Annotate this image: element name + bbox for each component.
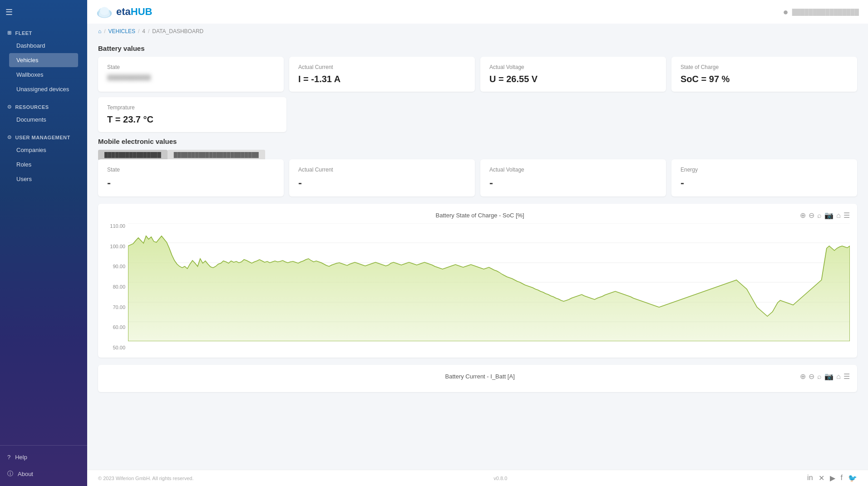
sidebar-item-about[interactable]: ⓘ About [0, 465, 87, 482]
mobile-voltage-card: Actual Voltage - [480, 159, 666, 196]
resources-icon: ⊙ [7, 104, 12, 110]
search-icon-2[interactable]: ⌕ [817, 373, 822, 381]
help-icon: ? [7, 454, 10, 461]
sidebar-section-header-fleet: ⊞ FLEET [7, 30, 80, 36]
footer-social: in ✕ ▶ f 🐦 [807, 474, 857, 482]
sidebar: ☰ ⊞ FLEET Dashboard Vehicles Wallboxes U… [0, 0, 87, 486]
mobile-current-label: Actual Current [298, 167, 466, 173]
soc-chart-header: Battery State of Charge - SoC [%] ⊕ ⊖ ⌕ … [105, 211, 850, 220]
mobile-state-value: - [107, 177, 275, 189]
battery-soc-label: State of Charge [681, 64, 848, 70]
zoom-out-icon-2[interactable]: ⊖ [809, 372, 814, 381]
sidebar-item-users[interactable]: Users [9, 172, 78, 186]
linkedin-icon[interactable]: in [807, 474, 813, 482]
mobile-tabs: ████████████████ ███████████████████████… [98, 150, 857, 160]
user-email: ████████████████ [792, 9, 859, 15]
sidebar-item-documents[interactable]: Documents [9, 113, 78, 127]
zoom-in-icon[interactable]: ⊕ [800, 211, 806, 220]
zoom-out-icon[interactable]: ⊖ [809, 211, 814, 220]
soc-chart-plot [128, 223, 850, 341]
sidebar-section-resources: ⊙ RESOURCES Documents [0, 98, 87, 129]
breadcrumb-sep-3: / [148, 28, 149, 34]
sidebar-top: ☰ [0, 0, 87, 25]
soc-chart-title: Battery State of Charge - SoC [%] [160, 212, 800, 219]
sidebar-item-vehicles[interactable]: Vehicles [9, 53, 78, 67]
sidebar-section-user-management: ⊙ USER MANAGEMENT Companies Roles Users [0, 129, 87, 188]
sidebar-item-roles[interactable]: Roles [9, 157, 78, 172]
mobile-tab-2[interactable]: ████████████████████████ [168, 150, 265, 160]
logo-text: etaHUB [116, 6, 152, 18]
battery-temperature-card: Temprature T = 23.7 °C [98, 97, 286, 132]
y-label-70: 70.00 [113, 304, 125, 310]
page-content: Battery values State XXXXXXXXX Actual Cu… [87, 39, 868, 470]
battery-temperature-value: T = 23.7 °C [107, 114, 277, 125]
menu-icon[interactable]: ☰ [4, 5, 15, 19]
battery-current-value: I = -1.31 A [298, 74, 466, 84]
mobile-state-label: State [107, 167, 275, 173]
header-logo: etaHUB [96, 4, 152, 20]
logo-eta: eta [116, 6, 131, 17]
facebook-icon[interactable]: f [841, 474, 843, 482]
breadcrumb-vehicles[interactable]: VEHICLES [108, 28, 135, 34]
y-label-100: 100.00 [110, 244, 125, 249]
user-management-icon: ⊙ [7, 134, 12, 140]
breadcrumb-page: DATA_DASHBOARD [152, 28, 203, 34]
current-chart-container: Battery Current - I_Batt [A] ⊕ ⊖ ⌕ 📷 ⌂ ☰ [98, 365, 857, 392]
about-icon: ⓘ [7, 470, 13, 478]
home-icon-2[interactable]: ⌂ [836, 373, 841, 381]
y-label-110: 110.00 [110, 223, 125, 229]
fleet-label: FLEET [15, 30, 32, 36]
battery-section-title: Battery values [98, 44, 857, 52]
soc-chart-area: 110.00 100.00 90.00 80.00 70.00 60.00 50… [105, 223, 850, 350]
logo-icon [96, 4, 113, 20]
mobile-current-value: - [298, 177, 466, 189]
mobile-energy-card: Energy - [671, 159, 857, 196]
help-label: Help [15, 454, 27, 461]
y-label-90: 90.00 [113, 264, 125, 269]
menu-icon-2[interactable]: ☰ [843, 372, 850, 381]
zoom-in-icon-2[interactable]: ⊕ [800, 372, 806, 381]
twitter-icon[interactable]: 🐦 [848, 474, 857, 482]
breadcrumb-home-icon[interactable]: ⌂ [98, 28, 101, 34]
breadcrumb: ⌂ / VEHICLES / 4 / DATA_DASHBOARD [87, 24, 868, 39]
x-twitter-icon[interactable]: ✕ [819, 474, 824, 482]
battery-voltage-label: Actual Voltage [489, 64, 657, 70]
battery-temperature-label: Temprature [107, 104, 277, 111]
soc-chart-y-axis: 110.00 100.00 90.00 80.00 70.00 60.00 50… [105, 223, 128, 350]
y-label-60: 60.00 [113, 324, 125, 330]
home-icon[interactable]: ⌂ [836, 211, 841, 220]
battery-second-row: Temprature T = 23.7 °C [98, 97, 857, 132]
user-management-label: USER MANAGEMENT [15, 135, 70, 140]
sidebar-item-companies[interactable]: Companies [9, 143, 78, 157]
current-chart-title: Battery Current - I_Batt [A] [160, 373, 800, 380]
current-chart-header: Battery Current - I_Batt [A] ⊕ ⊖ ⌕ 📷 ⌂ ☰ [105, 372, 850, 381]
mobile-current-card: Actual Current - [289, 159, 475, 196]
search-icon[interactable]: ⌕ [817, 211, 822, 220]
y-label-50: 50.00 [113, 345, 125, 350]
current-chart-tools: ⊕ ⊖ ⌕ 📷 ⌂ ☰ [800, 372, 850, 381]
camera-icon-2[interactable]: 📷 [824, 372, 833, 381]
sidebar-section-fleet: ⊞ FLEET Dashboard Vehicles Wallboxes Una… [0, 25, 87, 98]
footer: © 2023 Wiferion GmbH. All rights reserve… [87, 470, 868, 486]
battery-voltage-card: Actual Voltage U = 26.55 V [480, 57, 666, 92]
battery-soc-value: SoC = 97 % [681, 74, 848, 84]
battery-state-value: XXXXXXXXX [107, 74, 275, 82]
fleet-icon: ⊞ [7, 30, 12, 36]
sidebar-item-wallboxes[interactable]: Wallboxes [9, 68, 78, 82]
sidebar-item-unassigned[interactable]: Unassigned devices [9, 82, 78, 96]
sidebar-section-header-user-management: ⊙ USER MANAGEMENT [7, 134, 80, 140]
mobile-voltage-value: - [489, 177, 657, 189]
resources-label: RESOURCES [15, 104, 49, 110]
youtube-icon[interactable]: ▶ [830, 474, 835, 482]
sidebar-item-help[interactable]: ? Help [0, 449, 87, 465]
menu-icon[interactable]: ☰ [843, 211, 850, 220]
breadcrumb-vehicle-id: 4 [142, 28, 145, 34]
breadcrumb-sep-1: / [104, 28, 105, 34]
sidebar-item-dashboard[interactable]: Dashboard [9, 39, 78, 53]
mobile-tab-1[interactable]: ████████████████ [98, 150, 168, 160]
battery-temp-spacer [292, 97, 857, 132]
soc-chart-svg [128, 223, 850, 341]
header-user: ● ████████████████ [783, 7, 859, 17]
battery-state-label: State [107, 64, 275, 70]
camera-icon[interactable]: 📷 [824, 211, 833, 220]
